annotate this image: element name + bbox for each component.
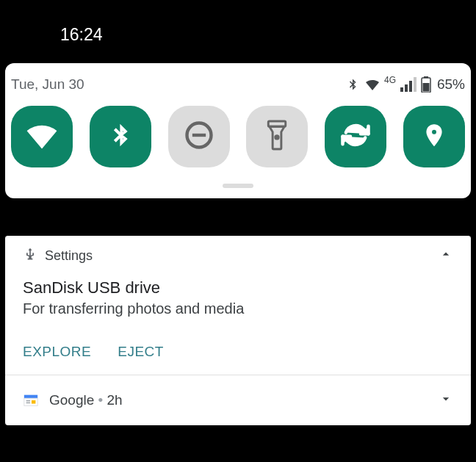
statusbar-clock: 16:24 <box>60 25 103 45</box>
svg-rect-15 <box>26 403 31 403</box>
qs-tile-wifi[interactable] <box>11 106 73 167</box>
svg-rect-16 <box>32 400 35 404</box>
qs-tiles-row <box>5 106 471 178</box>
battery-percent-label: 65% <box>437 76 465 93</box>
notification-header: Settings <box>23 246 453 265</box>
qs-tile-location[interactable] <box>403 106 465 167</box>
sync-icon <box>340 120 371 154</box>
qs-tile-sync[interactable] <box>325 106 386 167</box>
notification-age: 2h <box>107 392 123 408</box>
svg-rect-0 <box>400 87 403 92</box>
qs-tile-bluetooth[interactable] <box>90 106 151 167</box>
battery-status-icon <box>421 76 431 93</box>
svg-point-10 <box>275 135 279 140</box>
date-label: Tue, Jun 30 <box>11 76 84 93</box>
notification-list: Settings SanDisk USB drive For transferr… <box>5 235 471 425</box>
qs-header: Tue, Jun 30 4G <box>5 76 471 106</box>
svg-rect-1 <box>405 84 408 92</box>
svg-rect-14 <box>26 400 31 401</box>
svg-rect-12 <box>24 395 37 399</box>
panel-drag-handle[interactable] <box>223 184 253 188</box>
notification-title: SanDisk USB drive <box>23 278 453 297</box>
status-icons: 4G 65% <box>346 76 465 93</box>
expand-icon[interactable] <box>439 391 453 409</box>
wifi-status-icon <box>364 77 381 92</box>
notification-app-label: Google • 2h <box>49 392 123 408</box>
google-app-name: Google <box>49 392 94 408</box>
usb-icon <box>23 246 37 265</box>
network-type-label: 4G <box>384 75 396 85</box>
notification-app-label: Settings <box>45 248 93 264</box>
signal-status-icon <box>400 77 416 92</box>
notification-actions: EXPLORE EJECT <box>23 344 453 375</box>
location-icon <box>422 119 447 154</box>
bluetooth-icon <box>109 119 131 154</box>
qs-tile-flashlight[interactable] <box>246 106 308 167</box>
flashlight-icon <box>266 119 288 154</box>
collapse-icon[interactable] <box>439 247 453 264</box>
notification-body: For transferring photos and media <box>23 300 453 317</box>
svg-point-11 <box>431 129 436 134</box>
notification-google[interactable]: Google • 2h <box>5 375 471 425</box>
separator: • <box>94 392 107 408</box>
qs-tile-dnd[interactable] <box>168 106 230 167</box>
dnd-icon <box>183 119 215 154</box>
bluetooth-status-icon <box>346 76 359 93</box>
eject-button[interactable]: EJECT <box>118 344 164 360</box>
svg-rect-2 <box>409 81 412 92</box>
notification-usb[interactable]: Settings SanDisk USB drive For transferr… <box>5 236 471 375</box>
svg-rect-6 <box>422 83 429 92</box>
google-news-icon <box>23 392 39 408</box>
quick-settings-panel: Tue, Jun 30 4G <box>5 63 471 198</box>
svg-rect-3 <box>414 77 416 92</box>
wifi-icon <box>25 121 59 152</box>
explore-button[interactable]: EXPLORE <box>23 344 91 360</box>
